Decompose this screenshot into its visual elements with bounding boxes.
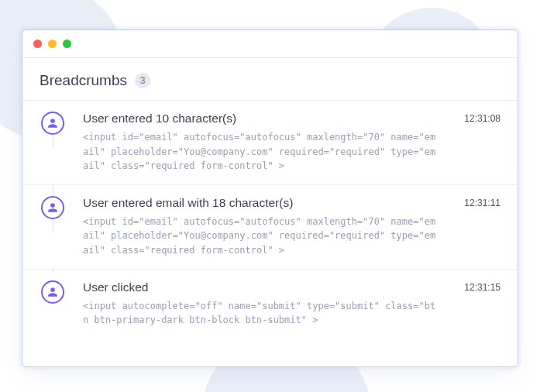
breadcrumb-detail: <input autocomplete="off" name="submit" …: [83, 299, 439, 328]
breadcrumb-list: User entered 10 character(s) <input id="…: [22, 100, 518, 366]
user-icon: [41, 196, 64, 219]
user-icon: [41, 280, 64, 304]
breadcrumb-content: User entered 10 character(s) <input id="…: [83, 112, 446, 174]
window-titlebar: [22, 30, 518, 58]
breadcrumb-title: User entered 10 character(s): [83, 112, 446, 126]
breadcrumb-row[interactable]: User entered email with 18 character(s) …: [22, 185, 518, 270]
page-title: Breadcrumbs: [40, 72, 127, 89]
timeline-icon-col: [22, 280, 83, 304]
window-close-icon[interactable]: [33, 40, 42, 48]
user-icon: [41, 112, 64, 135]
breadcrumb-detail: <input id="email" autofocus="autofocus" …: [83, 215, 439, 258]
breadcrumb-content: User clicked <input autocomplete="off" n…: [83, 280, 446, 328]
breadcrumb-title: User entered email with 18 character(s): [83, 196, 446, 210]
count-badge: 3: [135, 73, 150, 88]
breadcrumb-row[interactable]: User clicked <input autocomplete="off" n…: [22, 270, 518, 339]
panel-header: Breadcrumbs 3: [22, 58, 518, 100]
breadcrumb-content: User entered email with 18 character(s) …: [83, 196, 446, 258]
breadcrumbs-window: Breadcrumbs 3 User entered 10 character(…: [22, 29, 518, 367]
timeline-icon-col: [22, 112, 83, 135]
breadcrumb-row[interactable]: User entered 10 character(s) <input id="…: [22, 101, 518, 185]
window-maximize-icon[interactable]: [63, 40, 71, 48]
breadcrumb-title: User clicked: [83, 280, 446, 294]
window-minimize-icon[interactable]: [48, 40, 57, 48]
breadcrumb-timestamp: 12:31:11: [446, 196, 500, 208]
breadcrumb-timestamp: 12:31:08: [446, 112, 500, 124]
timeline-icon-col: [22, 196, 83, 219]
breadcrumb-detail: <input id="email" autofocus="autofocus" …: [83, 130, 439, 174]
breadcrumb-timestamp: 12:31:15: [446, 280, 500, 293]
